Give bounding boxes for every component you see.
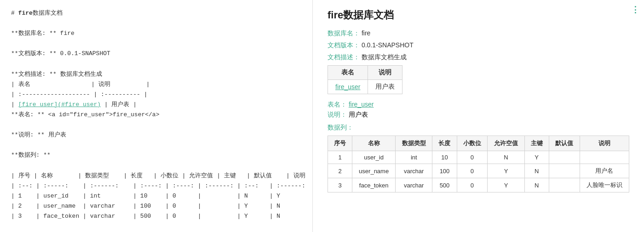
line-dbname: **数据库名: ** fire bbox=[11, 28, 301, 39]
data-table-cell: user_id bbox=[352, 151, 396, 164]
db-name-value: fire bbox=[362, 29, 370, 37]
data-table-cell: Y bbox=[488, 164, 524, 178]
version-value: 0.0.1-SNAPSHOT bbox=[362, 41, 414, 49]
summary-col-name: 表名 bbox=[328, 66, 368, 80]
line-title: # fire数据库文档 bbox=[11, 8, 301, 18]
db-name-row: 数据库名： fire bbox=[328, 29, 629, 38]
db-name-label: 数据库名： bbox=[328, 29, 360, 37]
data-table-cell: user_name bbox=[352, 164, 396, 178]
data-table-cell bbox=[549, 164, 580, 178]
data-table-header: 允许空值 bbox=[488, 136, 524, 151]
data-table-header: 名称 bbox=[352, 136, 396, 151]
data-table-cell: Y bbox=[524, 151, 549, 164]
desc-row-meta: 文档描述： 数据库文档生成 bbox=[328, 53, 629, 62]
summary-table-row: fire_user用户表 bbox=[328, 80, 402, 94]
data-table-cell: 0 bbox=[457, 164, 488, 178]
line-col-row2: | 2 | user_name | varchar | 100 | 0 | | … bbox=[11, 201, 301, 211]
line-blank3 bbox=[11, 59, 301, 69]
data-table-cell: face_token bbox=[352, 178, 396, 192]
data-table-cell: 100 bbox=[432, 164, 457, 178]
desc-label: 文档描述： bbox=[328, 53, 360, 61]
line-table-row: | [fire_user](#fire_user) | 用户表 | bbox=[11, 100, 301, 110]
data-table-row: 1user_idint100NY bbox=[328, 151, 629, 164]
data-table-cell: 500 bbox=[432, 178, 457, 192]
data-table-header: 主键 bbox=[524, 136, 549, 151]
table-desc-value: 用户表 bbox=[349, 111, 368, 118]
data-table-cell: N bbox=[488, 151, 524, 164]
line-blank4 bbox=[11, 120, 301, 130]
summary-table: 表名 说明 fire_user用户表 bbox=[328, 65, 402, 94]
data-table-header: 序号 bbox=[328, 136, 352, 151]
data-table-cell: 2 bbox=[328, 164, 352, 178]
data-table-cell bbox=[549, 151, 580, 164]
data-table-header: 说明 bbox=[580, 136, 629, 151]
left-panel: # fire数据库文档 **数据库名: ** fire **文档版本: ** 0… bbox=[0, 0, 313, 232]
data-table-header: 小数位 bbox=[457, 136, 488, 151]
table-name-label: 表名： bbox=[328, 101, 347, 108]
data-table-cell bbox=[549, 178, 580, 192]
table-desc-label: 说明： bbox=[328, 111, 347, 118]
line-columns-label: **数据列: ** bbox=[11, 150, 301, 160]
data-table-cell: varchar bbox=[396, 164, 432, 178]
data-table-cell: 10 bbox=[432, 151, 457, 164]
line-blank6 bbox=[11, 160, 301, 170]
table-name-value[interactable]: fire_user bbox=[349, 101, 374, 108]
data-table-cell: 3 bbox=[328, 178, 352, 192]
columns-label: 数据列： bbox=[328, 124, 629, 132]
line-version: **文档版本: ** 0.0.1-SNAPSHOT bbox=[11, 49, 301, 59]
data-table-cell: int bbox=[396, 151, 432, 164]
data-table-cell: N bbox=[524, 178, 549, 192]
data-table-header: 默认值 bbox=[549, 136, 580, 151]
data-table-row: 2user_namevarchar1000YN用户名 bbox=[328, 164, 629, 178]
line-col-row1: | 1 | user_id | int | 10 | 0 | | N | Y |… bbox=[11, 191, 301, 201]
data-table-row: 3face_tokenvarchar5000YN人脸唯一标识 bbox=[328, 178, 629, 192]
version-row: 文档版本： 0.0.1-SNAPSHOT bbox=[328, 41, 629, 50]
data-table: 序号名称数据类型长度小数位允许空值主键默认值说明 1user_idint100N… bbox=[328, 136, 629, 192]
data-table-cell: N bbox=[524, 164, 549, 178]
summary-table-cell-name[interactable]: fire_user bbox=[328, 80, 368, 94]
desc-value: 数据库文档生成 bbox=[362, 53, 407, 61]
data-table-header: 长度 bbox=[432, 136, 457, 151]
line-desc: **文档描述: ** 数据库文档生成 bbox=[11, 69, 301, 79]
data-table-cell: Y bbox=[488, 178, 524, 192]
table-desc-row: 说明： 用户表 bbox=[328, 111, 629, 119]
data-table-cell: 用户名 bbox=[580, 164, 629, 178]
version-label: 文档版本： bbox=[328, 41, 360, 49]
scroll-indicator: ⋮ bbox=[631, 5, 639, 15]
table-name-row: 表名： fire_user bbox=[328, 101, 629, 109]
data-table-header: 数据类型 bbox=[396, 136, 432, 151]
line-col-sep: | :--: | :-----: | :------: | :----: | :… bbox=[11, 181, 301, 191]
line-table-anchor: **表名: ** <a id="fire_user">fire_user</a> bbox=[11, 110, 301, 120]
line-blank5 bbox=[11, 140, 301, 150]
line-col-header: | 序号 | 名称 | 数据类型 | 长度 | 小数位 | 允许空值 | 主键 … bbox=[11, 171, 301, 181]
summary-table-cell-desc: 用户表 bbox=[368, 80, 402, 94]
data-table-cell: 1 bbox=[328, 151, 352, 164]
data-table-cell: varchar bbox=[396, 178, 432, 192]
line-blank1 bbox=[11, 18, 301, 28]
line-blank2 bbox=[11, 39, 301, 49]
data-table-cell bbox=[580, 151, 629, 164]
data-table-cell: 人脸唯一标识 bbox=[580, 178, 629, 192]
line-col-row3: | 3 | face_token | varchar | 500 | 0 | |… bbox=[11, 211, 301, 221]
data-table-cell: 0 bbox=[457, 151, 488, 164]
right-panel: fire数据库文档 数据库名： fire 文档版本： 0.0.1-SNAPSHO… bbox=[313, 0, 644, 232]
data-table-cell: 0 bbox=[457, 178, 488, 192]
line-table-desc: **说明: ** 用户表 bbox=[11, 130, 301, 140]
fire-user-link[interactable]: [fire_user](#fire_user) bbox=[18, 101, 101, 108]
line-table-sep: | :------------------- | :---------- | bbox=[11, 90, 301, 100]
summary-col-desc: 说明 bbox=[368, 66, 402, 80]
page-title: fire数据库文档 bbox=[328, 8, 629, 22]
line-table-header: | 表名 | 说明 | bbox=[11, 79, 301, 90]
